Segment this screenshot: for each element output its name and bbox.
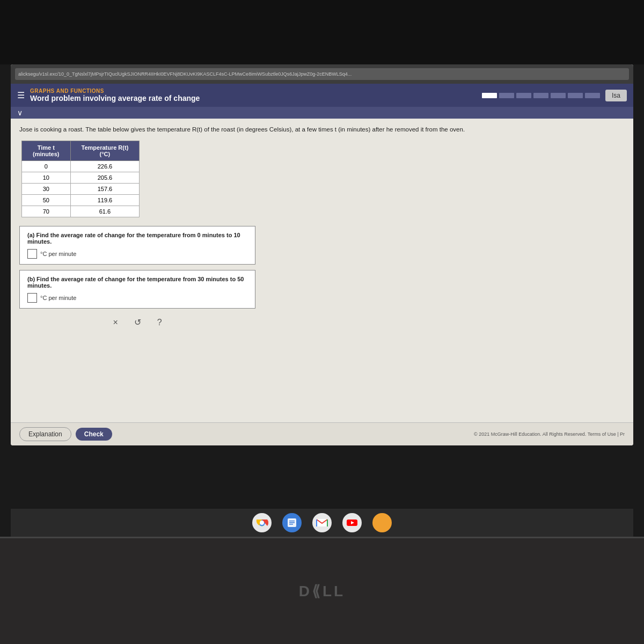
table-cell-temp-1: 205.6	[70, 172, 140, 184]
progress-segment-2	[499, 93, 514, 98]
header-text-group: GRAPHS AND FUNCTIONS Word problem involv…	[30, 88, 477, 103]
youtube-icon[interactable]	[342, 513, 362, 532]
header-title: Word problem involving average rate of c…	[30, 94, 477, 103]
table-cell-time-2: 30	[22, 184, 71, 195]
isa-button[interactable]: Isa	[605, 90, 627, 101]
question-b-answer-row: °C per minute	[27, 293, 247, 303]
table-cell-temp-4: 61.6	[70, 206, 140, 217]
table-row: 30 157.6	[22, 184, 140, 195]
problem-text: Jose is cooking a roast. The table below…	[19, 125, 625, 134]
question-a-title: (a) Find the average rate of change for …	[27, 232, 247, 245]
progress-segment-5	[551, 93, 566, 98]
data-table: Time t(minutes) Temperature R(t)(°C) 0 2…	[21, 141, 140, 217]
explanation-button[interactable]: Explanation	[19, 427, 71, 441]
svg-rect-3	[289, 521, 295, 522]
top-dark-bezel	[0, 0, 644, 64]
question-a-answer-row: °C per minute	[27, 249, 247, 259]
action-row: × ↺ ?	[19, 314, 255, 331]
progress-segment-3	[516, 93, 531, 98]
table-row: 70 61.6	[22, 206, 140, 217]
question-a-input[interactable]	[27, 249, 37, 259]
address-bar[interactable]: alicksegu/v1sl.exc/10_0_TgNslxl7jMPsjrTI…	[15, 68, 629, 80]
svg-rect-4	[289, 522, 295, 523]
question-b-box: (b) Find the average rate of change for …	[19, 270, 255, 309]
chrome-icon[interactable]	[252, 513, 272, 532]
question-b-input[interactable]	[27, 293, 37, 303]
progress-bars	[482, 93, 600, 98]
table-cell-temp-3: 119.6	[70, 195, 140, 206]
close-button[interactable]: ×	[113, 317, 118, 327]
table-row: 50 119.6	[22, 195, 140, 206]
undo-button[interactable]: ↺	[134, 317, 141, 327]
expand-row: ∨	[11, 107, 633, 119]
header-subtitle: GRAPHS AND FUNCTIONS	[30, 88, 477, 94]
question-a-box: (a) Find the average rate of change for …	[19, 226, 255, 265]
question-b-title: (b) Find the average rate of change for …	[27, 276, 247, 289]
table-cell-time-4: 70	[22, 206, 71, 217]
footer-text: © 2021 McGraw-Hill Education. All Rights…	[116, 431, 625, 437]
table-cell-time-3: 50	[22, 195, 71, 206]
svg-rect-5	[289, 524, 293, 525]
progress-segment-6	[568, 93, 583, 98]
copyright-text: © 2021 McGraw-Hill Education. All Rights…	[474, 431, 586, 437]
table-cell-time-0: 0	[22, 161, 71, 172]
address-bar-text: alicksegu/v1sl.exc/10_0_TgNslxl7jMPsjrTI…	[18, 71, 352, 77]
table-row: 0 226.6	[22, 161, 140, 172]
svg-point-1	[260, 521, 264, 525]
table-cell-temp-2: 157.6	[70, 184, 140, 195]
question-a-unit: °C per minute	[40, 251, 76, 257]
check-button[interactable]: Check	[76, 428, 112, 441]
hamburger-icon[interactable]: ☰	[17, 90, 25, 100]
expand-arrow-icon[interactable]: ∨	[17, 108, 23, 117]
progress-segment-1	[482, 93, 497, 98]
bottom-bar: Explanation Check © 2021 McGraw-Hill Edu…	[11, 422, 633, 445]
table-cell-temp-0: 226.6	[70, 161, 140, 172]
main-content: Jose is cooking a roast. The table below…	[11, 119, 633, 422]
files-icon[interactable]	[282, 513, 302, 532]
question-b-unit: °C per minute	[40, 295, 76, 301]
laptop-screen: alicksegu/v1sl.exc/10_0_TgNslxl7jMPsjrTI…	[11, 64, 633, 445]
terms-text: Terms of Use | Pr	[588, 431, 625, 437]
table-cell-time-1: 10	[22, 172, 71, 184]
folder-icon[interactable]	[372, 513, 392, 532]
app-header: ☰ GRAPHS AND FUNCTIONS Word problem invo…	[11, 84, 633, 107]
table-header-temp: Temperature R(t)(°C)	[70, 141, 140, 161]
progress-segment-4	[533, 93, 548, 98]
table-header-time: Time t(minutes)	[22, 141, 71, 161]
progress-segment-7	[585, 93, 600, 98]
taskbar	[11, 509, 633, 537]
browser-chrome: alicksegu/v1sl.exc/10_0_TgNslxl7jMPsjrTI…	[11, 64, 633, 84]
dell-logo: D⟪LL	[299, 582, 345, 600]
laptop-bottom-bezel: D⟪LL	[0, 537, 644, 644]
gmail-icon[interactable]	[312, 513, 332, 532]
help-button[interactable]: ?	[157, 317, 162, 327]
table-row: 10 205.6	[22, 172, 140, 184]
